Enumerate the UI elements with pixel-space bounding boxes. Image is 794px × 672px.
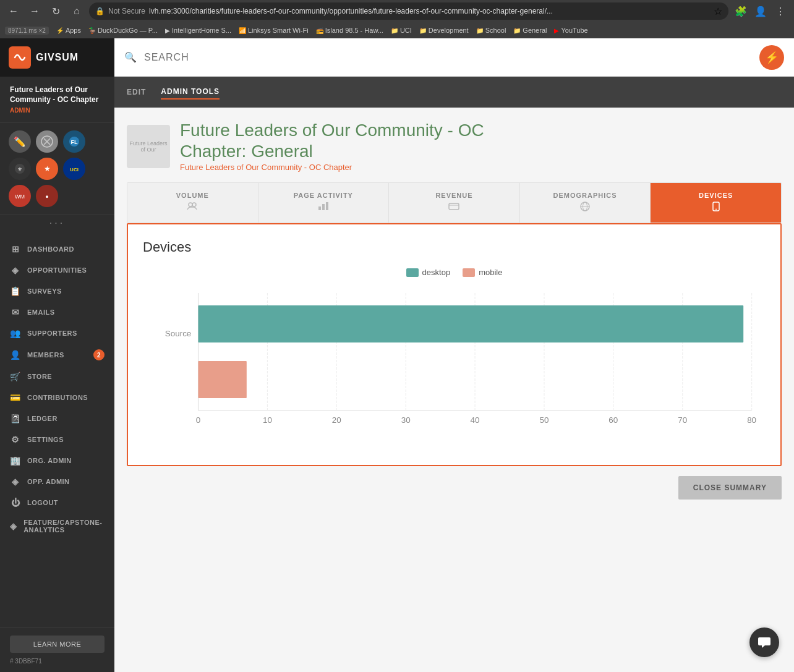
close-summary-area: CLOSE SUMMARY bbox=[127, 466, 782, 504]
svg-text:●: ● bbox=[45, 194, 48, 200]
menu-button[interactable]: ⋮ bbox=[772, 2, 789, 20]
org-title-section: Future Leaders of Our Community - OC Cha… bbox=[180, 120, 484, 172]
nav-logout[interactable]: ⏻ LOGOUT bbox=[0, 492, 114, 513]
tab-revenue-label: REVENUE bbox=[395, 192, 513, 199]
opportunities-icon: ◈ bbox=[10, 265, 21, 275]
logo-icon bbox=[9, 46, 31, 69]
address-bar[interactable]: 🔒 Not Secure lvh.me:3000/charities/futur… bbox=[89, 2, 728, 20]
sidebar-more-orgs[interactable]: ··· bbox=[0, 215, 114, 234]
nav-opp-admin[interactable]: ◈ OPP. ADMIN bbox=[0, 471, 114, 492]
bookmark-star-icon[interactable]: ☆ bbox=[714, 6, 722, 17]
lightning-button[interactable]: ⚡ bbox=[759, 45, 784, 70]
sidebar-logo: GIVSUM bbox=[0, 38, 114, 77]
emails-icon: ✉ bbox=[10, 307, 21, 317]
sidebar-org-avatars: ✏️ FL ⚜ ★ UCI WM ● bbox=[0, 123, 114, 215]
back-button[interactable]: ← bbox=[5, 2, 22, 20]
bookmark-island[interactable]: 📻 Island 98.5 - Haw... bbox=[316, 27, 383, 34]
nav-supporters[interactable]: 👥 SUPPORTERS bbox=[0, 323, 114, 344]
svg-point-22 bbox=[715, 209, 717, 210]
tab-edit[interactable]: EDIT bbox=[127, 85, 146, 99]
sidebar: GIVSUM Future Leaders of Our Community -… bbox=[0, 38, 114, 672]
avatar-blue-circle[interactable]: FL bbox=[63, 130, 85, 153]
bookmark-apps[interactable]: ⚡ Apps bbox=[56, 27, 81, 34]
svg-text:FL: FL bbox=[71, 139, 78, 145]
avatar-cross[interactable] bbox=[36, 130, 58, 153]
search-bar-container: 🔍 ⚡ bbox=[114, 38, 794, 77]
nav-emails[interactable]: ✉ EMAILS bbox=[0, 302, 114, 323]
bookmark-general[interactable]: 📁 General bbox=[513, 27, 547, 34]
home-button[interactable]: ⌂ bbox=[68, 2, 85, 20]
svg-text:50: 50 bbox=[539, 416, 549, 425]
tab-demographics[interactable]: DEMOGRAPHICS bbox=[520, 183, 651, 223]
nav-contributions[interactable]: 💳 CONTRIBUTIONS bbox=[0, 387, 114, 408]
svg-rect-14 bbox=[322, 204, 325, 210]
forward-button[interactable]: → bbox=[26, 2, 43, 20]
tab-volume[interactable]: VOLUME bbox=[127, 183, 258, 223]
tab-revenue[interactable]: REVENUE bbox=[389, 183, 520, 223]
bookmark-development[interactable]: 📁 Development bbox=[419, 27, 469, 34]
sidebar-org-info: Future Leaders of Our Community - OC Cha… bbox=[0, 77, 114, 123]
bookmark-intelligenthome[interactable]: ▶ IntelligentHome S... bbox=[165, 27, 231, 34]
devices-chart: Source 0 10 20 30 40 50 60 70 bbox=[143, 287, 766, 450]
svg-text:0: 0 bbox=[196, 416, 200, 425]
not-secure-label: Not Secure bbox=[108, 7, 145, 15]
avatar-red-circle[interactable]: WM bbox=[9, 185, 31, 207]
bookmark-uci[interactable]: 📁 UCI bbox=[391, 27, 412, 34]
page-content: Future Leaders of Our Future Leaders of … bbox=[114, 108, 794, 672]
avatar-dark-red[interactable]: ● bbox=[36, 185, 58, 207]
nav-dashboard[interactable]: ⊞ DASHBOARD bbox=[0, 239, 114, 260]
revenue-tab-icon bbox=[395, 202, 513, 213]
nav-members[interactable]: 👤 MEMBERS 2 bbox=[0, 344, 114, 366]
chat-bubble[interactable] bbox=[749, 627, 779, 657]
avatar-pencil[interactable]: ✏️ bbox=[9, 130, 31, 153]
mobile-color-swatch bbox=[463, 268, 475, 277]
tab-devices[interactable]: DEVICES bbox=[651, 183, 781, 223]
svg-text:40: 40 bbox=[471, 416, 480, 425]
app-container: GIVSUM Future Leaders of Our Community -… bbox=[0, 38, 794, 672]
nav-opportunities-label: OPPORTUNITIES bbox=[27, 266, 87, 274]
extensions-button[interactable]: 🧩 bbox=[732, 2, 749, 20]
ledger-icon: 📓 bbox=[10, 414, 21, 423]
nav-supporters-label: SUPPORTERS bbox=[27, 330, 77, 337]
reload-button[interactable]: ↻ bbox=[47, 2, 64, 20]
close-summary-button[interactable]: CLOSE SUMMARY bbox=[678, 476, 782, 500]
org-avatar: Future Leaders of Our bbox=[127, 125, 170, 168]
nav-opportunities[interactable]: ◈ OPPORTUNITIES bbox=[0, 260, 114, 281]
bookmark-youtube[interactable]: ▶ YouTube bbox=[554, 27, 587, 34]
logo-text: GIVSUM bbox=[36, 52, 79, 63]
nav-ledger[interactable]: 📓 LEDGER bbox=[0, 408, 114, 429]
nav-emails-label: EMAILS bbox=[27, 308, 55, 316]
svg-text:80: 80 bbox=[747, 416, 756, 425]
svg-text:10: 10 bbox=[263, 416, 272, 425]
page-title: Future Leaders of Our Community - OC Cha… bbox=[180, 120, 484, 161]
avatar-dark-circle[interactable]: ⚜ bbox=[9, 158, 31, 180]
learn-more-button[interactable]: LEARN MORE bbox=[10, 636, 105, 653]
browser-actions: 🧩 👤 ⋮ bbox=[732, 2, 789, 20]
search-input[interactable] bbox=[144, 52, 752, 63]
nav-capstone-label: FEATURE/CAPSTONE-ANALYTICS bbox=[23, 519, 105, 534]
org-link[interactable]: Future Leaders of Our Community - OC Cha… bbox=[180, 163, 352, 172]
nav-feature-capstone[interactable]: ◈ FEATURE/CAPSTONE-ANALYTICS bbox=[0, 513, 114, 539]
nav-store[interactable]: 🛒 STORE bbox=[0, 366, 114, 387]
nav-logout-label: LOGOUT bbox=[27, 499, 58, 506]
svg-text:UCI: UCI bbox=[70, 167, 79, 172]
mobile-legend-label: mobile bbox=[479, 268, 502, 277]
sidebar-footer: LEARN MORE # 3DBBF71 bbox=[0, 627, 114, 672]
profile-button[interactable]: 👤 bbox=[752, 2, 769, 20]
bookmark-duckduckgo[interactable]: 🦆 DuckDuckGo — P... bbox=[88, 27, 158, 34]
tab-page-activity[interactable]: PAGE ACTIVITY bbox=[258, 183, 390, 223]
nav-org-admin[interactable]: 🏢 ORG. ADMIN bbox=[0, 450, 114, 471]
bookmark-school[interactable]: 📁 School bbox=[476, 27, 506, 34]
bookmark-linksys[interactable]: 📶 Linksys Smart Wi-Fi bbox=[239, 27, 309, 34]
nav-surveys-label: SURVEYS bbox=[27, 287, 62, 295]
opp-admin-icon: ◈ bbox=[10, 477, 21, 487]
nav-settings[interactable]: ⚙ SETTINGS bbox=[0, 429, 114, 450]
avatar-uci[interactable]: UCI bbox=[63, 158, 85, 180]
members-badge: 2 bbox=[93, 349, 105, 360]
svg-text:70: 70 bbox=[678, 416, 687, 425]
summary-tabs: VOLUME PAGE ACTIVITY REVENUE bbox=[127, 182, 782, 223]
tab-admin-tools[interactable]: ADMIN TOOLS bbox=[161, 85, 220, 100]
nav-surveys[interactable]: 📋 SURVEYS bbox=[0, 281, 114, 302]
avatar-orange[interactable]: ★ bbox=[36, 158, 58, 180]
tab-page-activity-label: PAGE ACTIVITY bbox=[265, 192, 383, 199]
